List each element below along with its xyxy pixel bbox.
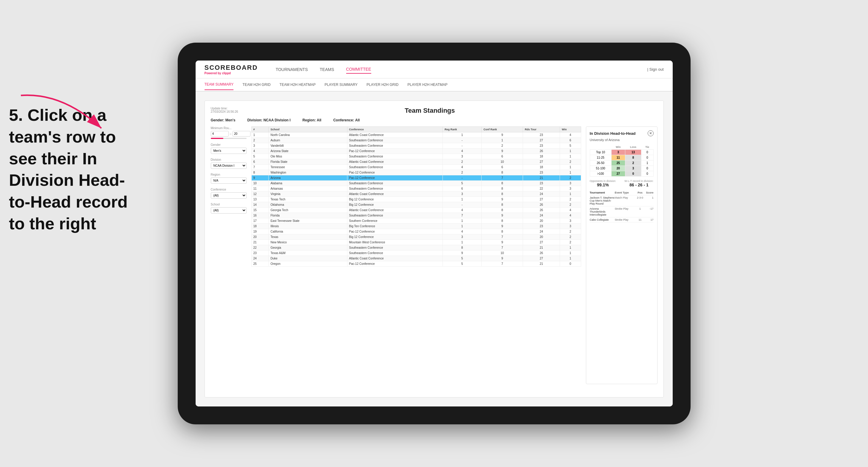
cell-num: 3 <box>251 143 269 149</box>
scoreboard-panel: Update time: 27/03/2024 16:56:26 Team St… <box>205 100 664 398</box>
cell-rds: 22 <box>523 186 560 191</box>
sidebar-division-select[interactable]: NCAA Division I NCAA Division II NCAA Di… <box>211 162 247 169</box>
h2h-close-button[interactable]: ✕ <box>648 130 654 136</box>
cell-conf: Southeastern Conference <box>347 181 442 186</box>
cell-reg: 8 <box>443 245 482 250</box>
subnav-team-h2h-heatmap[interactable]: TEAM H2H HEATMAP <box>279 80 315 90</box>
region-filter: Region: All <box>302 118 321 122</box>
cell-conf: Southeastern Conference <box>347 154 442 159</box>
table-row[interactable]: 15 Georgia Tech Atlantic Coast Conferenc… <box>251 208 581 213</box>
table-row[interactable]: 17 East Tennessee State Southern Confere… <box>251 218 581 224</box>
table-row[interactable]: 25 Oregon Pac-12 Conference 5 7 21 0 <box>251 261 581 267</box>
table-row[interactable]: 7 Tennessee Southeastern Conference 4 6 … <box>251 165 581 170</box>
h2h-row: 51-100 20 3 0 <box>590 166 653 171</box>
cell-win: 3 <box>560 218 581 224</box>
cell-rds: 21 <box>523 175 560 181</box>
min-rou-max-input[interactable] <box>232 131 250 136</box>
min-rou-input[interactable] <box>211 131 229 136</box>
table-row[interactable]: 1 North Carolina Atlantic Coast Conferen… <box>251 132 581 138</box>
cell-num: 19 <box>251 229 269 235</box>
table-row[interactable]: 16 Florida Southeastern Conference 7 9 2… <box>251 213 581 218</box>
col-rds-tour: Rds Tour <box>523 127 560 132</box>
cell-reg: - <box>443 202 482 208</box>
table-row[interactable]: 3 Vanderbilt Southeastern Conference - 2… <box>251 143 581 149</box>
tourn-pos: 2-3-0 <box>636 196 645 205</box>
cell-win: 6 <box>560 138 581 143</box>
table-row[interactable]: 9 Arizona Pac-12 Conference - 7 21 2 <box>251 175 581 181</box>
cell-reg: 9 <box>443 250 482 256</box>
subnav-player-h2h-grid[interactable]: PLAYER H2H GRID <box>367 80 398 90</box>
h2h-win-cell: 20 <box>611 166 625 171</box>
school-section: School (All) <box>211 203 247 214</box>
table-row[interactable]: 12 Virginia Atlantic Coast Conference 3 … <box>251 191 581 197</box>
cell-num: 4 <box>251 149 269 154</box>
sign-out-link[interactable]: | Sign out <box>647 67 664 71</box>
subnav-team-h2h-grid[interactable]: TEAM H2H GRID <box>242 80 271 90</box>
region-value: All <box>317 118 321 122</box>
division-label: Division: <box>247 118 262 122</box>
sidebar-school-select[interactable]: (All) <box>211 207 247 214</box>
subnav-team-summary[interactable]: TEAM SUMMARY <box>205 79 234 90</box>
h2h-win-cell: 11 <box>611 155 625 160</box>
h2h-loss-cell: 8 <box>625 155 641 160</box>
cell-conf: Pac-12 Conference <box>347 175 442 181</box>
table-row[interactable]: 18 Illinois Big Ten Conference 1 9 23 3 <box>251 224 581 229</box>
cell-cr: 7 <box>482 175 523 181</box>
cell-conf: Pac-12 Conference <box>347 261 442 267</box>
cell-cr: 7 <box>482 261 523 267</box>
cell-win: 4 <box>560 132 581 138</box>
sidebar-conference-select[interactable]: (All) <box>211 192 247 198</box>
standings-table: # School Conference Reg Rank Conf Rank R… <box>251 126 581 267</box>
tourn-col-name: Tournament <box>590 191 615 194</box>
table-row[interactable]: 24 Duke Atlantic Coast Conference 5 9 27… <box>251 256 581 261</box>
cell-school: Texas A&M <box>269 250 347 256</box>
cell-num: 5 <box>251 154 269 159</box>
cell-num: 13 <box>251 197 269 202</box>
h2h-opponents-label: Opponents in division: <box>590 180 616 183</box>
min-rou-slider[interactable] <box>211 138 247 139</box>
cell-rds: 20 <box>523 218 560 224</box>
table-row[interactable]: 2 Auburn Southeastern Conference - 1 27 … <box>251 138 581 143</box>
table-row[interactable]: 22 Georgia Southeastern Conference 8 7 2… <box>251 245 581 250</box>
table-row[interactable]: 21 New Mexico Mountain West Conference 1… <box>251 240 581 245</box>
h2h-panel: In Division Head-to-Head ✕ University of… <box>586 126 657 384</box>
nav-committee[interactable]: COMMITTEE <box>346 65 371 74</box>
cell-rds: 18 <box>523 165 560 170</box>
tourn-col-type: Event Type <box>615 191 636 194</box>
table-row[interactable]: 20 Texas Big 12 Conference 3 7 20 2 <box>251 235 581 240</box>
cell-reg: 1 <box>443 218 482 224</box>
cell-conf: Big 12 Conference <box>347 202 442 208</box>
outer-background: 5. Click on a team's row to see their In… <box>0 0 868 467</box>
nav-tournaments[interactable]: TOURNAMENTS <box>276 66 308 73</box>
cell-conf: Atlantic Coast Conference <box>347 132 442 138</box>
table-row[interactable]: 11 Arkansas Southeastern Conference 6 8 … <box>251 186 581 191</box>
subnav-player-h2h-heatmap[interactable]: PLAYER H2H HEATMAP <box>408 80 447 90</box>
table-row[interactable]: 14 Oklahoma Big 12 Conference - 8 26 2 <box>251 202 581 208</box>
subnav-player-summary[interactable]: PLAYER SUMMARY <box>324 80 358 90</box>
cell-num: 20 <box>251 235 269 240</box>
instruction-text: 5. Click on a team's row to see their In… <box>9 104 128 235</box>
cell-reg: - <box>443 143 482 149</box>
nav-teams[interactable]: TEAMS <box>320 66 334 73</box>
sidebar-region-select[interactable]: N/A All <box>211 178 247 184</box>
cell-win: 0 <box>560 261 581 267</box>
col-conference: Conference <box>347 127 442 132</box>
table-row[interactable]: 8 Washington Pac-12 Conference 2 8 23 1 <box>251 170 581 175</box>
table-row[interactable]: 6 Florida State Atlantic Coast Conferenc… <box>251 159 581 165</box>
table-row[interactable]: 13 Texas Tech Big 12 Conference 1 9 27 2 <box>251 197 581 202</box>
cell-num: 11 <box>251 186 269 191</box>
table-row[interactable]: 5 Ole Miss Southeastern Conference 3 6 1… <box>251 154 581 159</box>
cell-num: 14 <box>251 202 269 208</box>
table-row[interactable]: 23 Texas A&M Southeastern Conference 9 1… <box>251 250 581 256</box>
table-row[interactable]: 4 Arizona State Pac-12 Conference 4 9 26… <box>251 149 581 154</box>
table-row[interactable]: 10 Alabama Southeastern Conference 5 8 2… <box>251 181 581 186</box>
cell-num: 6 <box>251 159 269 165</box>
cell-cr: 8 <box>482 186 523 191</box>
tourn-score: 17 <box>645 218 654 221</box>
cell-school: Georgia <box>269 245 347 250</box>
filters-row: Gender: Men's Division: NCAA Division I … <box>211 118 657 122</box>
cell-school: Oklahoma <box>269 202 347 208</box>
tourn-pos: 1 <box>636 207 645 216</box>
sidebar-gender-select[interactable]: Men's Women's <box>211 148 247 154</box>
table-row[interactable]: 19 California Pac-12 Conference 4 8 24 2 <box>251 229 581 235</box>
